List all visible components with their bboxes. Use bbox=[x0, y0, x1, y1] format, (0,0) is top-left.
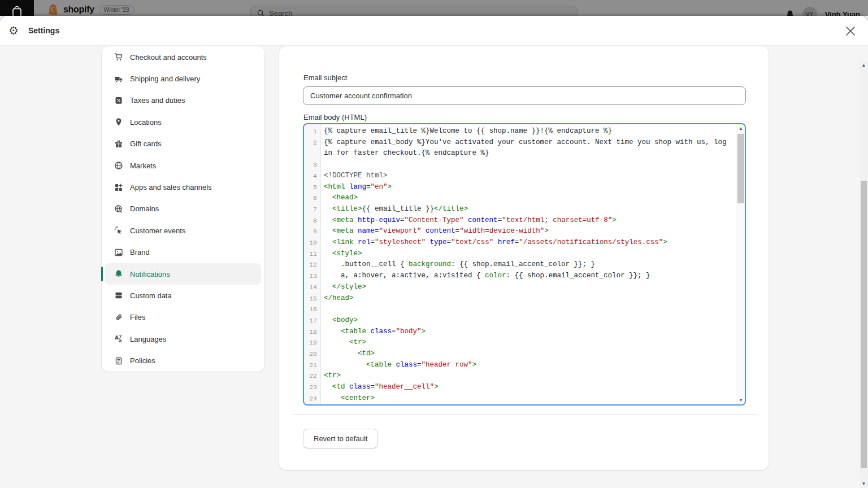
translate-icon: Aa bbox=[114, 334, 123, 343]
sidebar-item-taxes-and-duties[interactable]: Taxes and duties bbox=[102, 90, 264, 111]
sidebar-item-label: Apps and sales channels bbox=[130, 183, 212, 191]
sidebar-item-notifications[interactable]: Notifications bbox=[105, 263, 261, 285]
sidebar-item-label: Policies bbox=[130, 356, 155, 365]
sidebar-item-label: Domains bbox=[130, 204, 159, 213]
sidebar-item-policies[interactable]: Policies bbox=[102, 350, 264, 371]
sidebar-item-label: Brand bbox=[130, 248, 150, 256]
email-subject-label: Email subject bbox=[303, 73, 347, 82]
sidebar-item-checkout-and-accounts[interactable]: Checkout and accounts bbox=[102, 46, 264, 68]
notification-template-panel: Email subject Email body (HTML) 1{% capt… bbox=[279, 46, 769, 470]
sidebar-item-domains[interactable]: Domains bbox=[102, 198, 264, 220]
sidebar-item-shipping-and-delivery[interactable]: Shipping and delivery bbox=[102, 68, 264, 89]
scroll-down-icon[interactable]: ▼ bbox=[860, 481, 868, 486]
paperclip-icon bbox=[114, 313, 123, 322]
email-body-editor[interactable]: 1{% capture email_title %}Welcome to {{ … bbox=[303, 123, 746, 406]
email-subject-input[interactable] bbox=[303, 86, 746, 105]
settings-modal: ⚙ Settings Checkout and accounts Shippin… bbox=[0, 16, 868, 488]
editor-scrollbar-thumb[interactable] bbox=[737, 134, 744, 203]
page-scrollbar[interactable]: ▲ ▼ bbox=[860, 61, 868, 488]
scroll-down-icon[interactable]: ▼ bbox=[736, 398, 745, 403]
settings-sidebar: Checkout and accounts Shipping and deliv… bbox=[102, 46, 264, 372]
sidebar-item-label: Taxes and duties bbox=[130, 96, 185, 104]
domain-globe-icon bbox=[114, 204, 123, 213]
sidebar-item-label: Customer events bbox=[130, 226, 185, 235]
brand-image-icon bbox=[114, 248, 123, 257]
admin-top-bar: shopify Winter '23 Search VY Vinh Yuan bbox=[0, 0, 868, 16]
sidebar-item-label: Locations bbox=[130, 118, 162, 127]
sidebar-item-label: Gift cards bbox=[130, 140, 162, 148]
svg-text:a: a bbox=[119, 338, 121, 343]
sidebar-item-customer-events[interactable]: Customer events bbox=[102, 220, 264, 241]
gift-icon bbox=[114, 140, 123, 149]
sidebar-item-locations[interactable]: Locations bbox=[102, 111, 264, 133]
svg-text:A: A bbox=[115, 335, 119, 341]
sidebar-item-files[interactable]: Files bbox=[102, 307, 264, 328]
sidebar-item-label: Checkout and accounts bbox=[130, 53, 207, 62]
modal-backdrop bbox=[0, 0, 868, 16]
email-body-label: Email body (HTML) bbox=[303, 113, 367, 121]
revert-to-default-button[interactable]: Revert to default bbox=[303, 429, 378, 448]
gear-icon: ⚙ bbox=[8, 25, 19, 36]
scroll-up-icon[interactable]: ▲ bbox=[736, 126, 745, 131]
sidebar-item-markets[interactable]: Markets bbox=[102, 155, 264, 176]
modal-title: Settings bbox=[28, 26, 59, 35]
sidebar-item-label: Shipping and delivery bbox=[130, 75, 200, 83]
apps-grid-icon bbox=[114, 183, 123, 192]
cart-icon bbox=[114, 53, 123, 62]
modal-header: ⚙ Settings bbox=[0, 16, 868, 46]
sidebar-item-brand[interactable]: Brand bbox=[102, 242, 264, 263]
close-icon[interactable] bbox=[845, 25, 856, 37]
sidebar-item-label: Files bbox=[130, 313, 145, 321]
email-body-editor-lines: 1{% capture email_title %}Welcome to {{ … bbox=[304, 126, 736, 404]
editor-scrollbar[interactable]: ▲ ▼ bbox=[736, 124, 745, 404]
app-icon-tile bbox=[0, 0, 34, 16]
bag-outline-icon bbox=[10, 4, 24, 16]
cursor-sparkles-icon bbox=[114, 226, 123, 235]
sidebar-item-custom-data[interactable]: Custom data bbox=[102, 285, 264, 306]
truck-icon bbox=[114, 75, 123, 84]
sidebar-item-label: Markets bbox=[130, 162, 156, 170]
scroll-up-icon[interactable]: ▲ bbox=[860, 63, 868, 68]
sidebar-item-apps-and-sales-channels[interactable]: Apps and sales channels bbox=[102, 176, 264, 198]
receipt-percent-icon bbox=[114, 96, 123, 105]
globe-icon bbox=[114, 161, 123, 170]
sidebar-item-gift-cards[interactable]: Gift cards bbox=[102, 133, 264, 155]
policy-scroll-icon bbox=[114, 356, 123, 365]
database-icon bbox=[114, 291, 123, 300]
sidebar-item-label: Notifications bbox=[130, 270, 170, 278]
sidebar-item-label: Custom data bbox=[130, 291, 172, 300]
page-scrollbar-thumb[interactable] bbox=[861, 181, 867, 468]
bell-icon bbox=[114, 269, 123, 278]
sidebar-item-label: Languages bbox=[130, 335, 166, 343]
sidebar-item-languages[interactable]: Aa Languages bbox=[102, 328, 264, 350]
divider bbox=[293, 414, 756, 415]
location-pin-icon bbox=[114, 117, 123, 127]
